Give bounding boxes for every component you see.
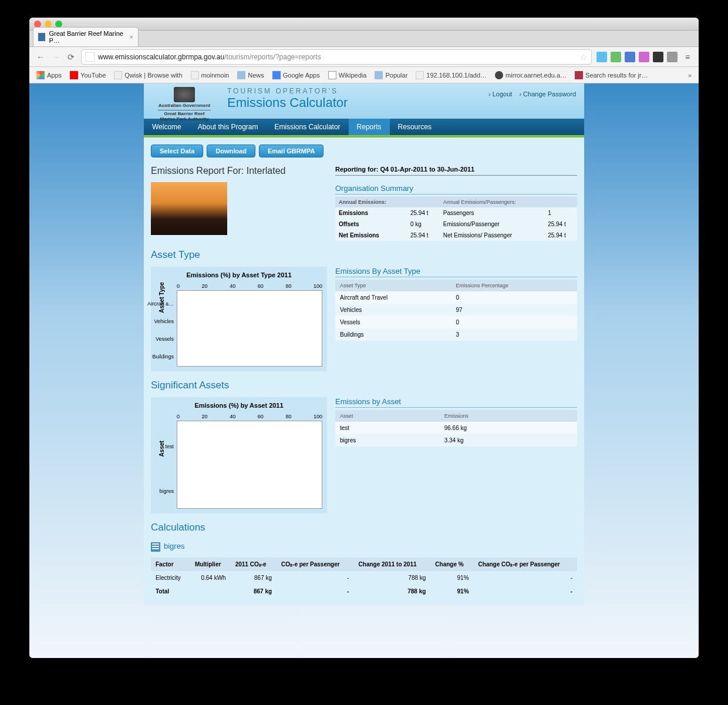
back-button[interactable]: ← [35,52,46,62]
bookmark-item[interactable]: Wikipedia [328,71,367,79]
logout-link[interactable]: Logout [488,90,512,98]
tab-title: Great Barrier Reef Marine P… [49,30,126,44]
extension-icons [596,52,678,62]
report-title: Emissions Report For: Interlated [151,166,327,176]
bookmark-item[interactable]: Search results for jr… [575,71,648,79]
folder-icon [237,71,245,79]
ext-icon[interactable] [596,52,607,62]
significant-assets-table: AssetEmissions test96.66 kg bigres3.34 k… [335,410,577,446]
nav-resources[interactable]: Resources [390,119,440,135]
ext-icon[interactable] [611,52,621,62]
browser-tab[interactable]: Great Barrier Reef Marine P… × [33,27,139,46]
building-icon [151,542,160,552]
crest-icon [174,87,195,102]
address-bar[interactable]: www.emissionscalculator.gbrmpa.gov.au/to… [81,49,592,65]
bookmark-item[interactable]: YouTube [70,71,106,79]
gov-logo: Australian Government Great Barrier Reef… [152,87,217,115]
url-host: www.emissionscalculator.gbrmpa.gov.au [98,53,224,61]
user-links: Logout Change Password [488,87,576,115]
reporting-period: Reporting for: Q4 01-Apr-2011 to 30-Jun-… [335,166,577,176]
bookmark-item[interactable]: Qwisk | Browse with [114,71,182,79]
email-gbrmpa-button[interactable]: Email GBRMPA [259,145,323,157]
asset-type-table: Asset TypeEmissions Percentage Aircraft … [335,280,577,341]
tab-close-icon[interactable]: × [130,33,133,41]
calculations-heading: Calculations [151,522,577,533]
mirror-icon [495,71,503,79]
bookmark-item[interactable]: 192.168.100.1/add… [416,71,487,79]
browser-window: Great Barrier Reef Marine P… × ← → ⟳ www… [29,18,699,658]
favicon-icon [38,33,45,41]
nav-reports[interactable]: Reports [349,119,390,135]
minimize-window-icon[interactable] [45,21,52,28]
file-icon [416,71,424,79]
google-icon [272,71,281,79]
select-data-button[interactable]: Select Data [151,145,203,157]
ext-icon[interactable] [639,52,649,62]
wikipedia-icon [328,71,336,79]
nav-calculator[interactable]: Emissions Calculator [267,119,349,135]
significant-assets-table-heading: Emissions by Asset [335,397,577,408]
org-summary-table: Annual Emissions:Annual Emissions/Passen… [335,197,577,241]
url-path: /tourism/reports/?page=reports [224,53,321,61]
calc-asset-label: bigres [151,542,577,552]
significant-assets-chart: Emissions (%) by Asset 2011 020406080100… [151,397,327,513]
bookmark-item[interactable]: moinmoin [191,71,230,79]
menu-icon[interactable]: ≡ [682,52,693,62]
download-button[interactable]: Download [207,145,255,157]
file-icon [191,71,199,79]
m-icon [575,71,583,79]
content-area: Select Data Download Email GBRMPA Emissi… [144,137,584,605]
zoom-window-icon[interactable] [55,21,62,28]
bookmark-item[interactable]: Apps [36,71,62,79]
bookmarks-bar: Apps YouTube Qwisk | Browse with moinmoi… [29,67,699,83]
ext-icon[interactable] [625,52,635,62]
browser-toolbar: ← → ⟳ www.emissionscalculator.gbrmpa.gov… [29,47,699,67]
forward-button[interactable]: → [50,52,61,62]
page-content: Australian Government Great Barrier Reef… [144,83,584,658]
folder-icon [375,71,383,79]
page-icon [85,52,95,62]
app-title: TOURISM OPERATOR'S Emissions Calculator [227,87,348,115]
bookmark-star-icon[interactable]: ☆ [580,52,588,62]
youtube-icon [70,71,78,79]
ext-icon[interactable] [667,52,678,62]
bookmark-item[interactable]: mirror.aarnet.edu.a… [495,71,567,79]
org-summary-heading: Organisation Summary [335,184,577,194]
report-image [151,182,227,235]
asset-type-table-heading: Emissions By Asset Type [335,267,577,277]
reload-button[interactable]: ⟳ [66,52,76,62]
bookmark-item[interactable]: Popular [375,71,407,79]
browser-tabstrip: Great Barrier Reef Marine P… × [29,31,699,47]
change-password-link[interactable]: Change Password [519,90,576,98]
file-icon [114,71,122,79]
close-window-icon[interactable] [34,21,41,28]
asset-type-chart: Emissions (%) by Asset Type 2011 0204060… [151,267,327,371]
page-viewport: Australian Government Great Barrier Reef… [29,83,699,658]
apps-icon [36,71,45,79]
calculations-table: Factor Multiplier 2011 CO₂-e CO₂-e per P… [151,558,577,598]
site-header: Australian Government Great Barrier Reef… [144,83,584,119]
bookmark-item[interactable]: Google Apps [272,71,320,79]
asset-type-heading: Asset Type [151,249,577,261]
significant-assets-heading: Significant Assets [151,380,577,391]
ext-icon[interactable] [653,52,663,62]
bookmark-overflow-icon[interactable]: » [688,72,692,79]
bookmark-item[interactable]: News [237,71,264,79]
